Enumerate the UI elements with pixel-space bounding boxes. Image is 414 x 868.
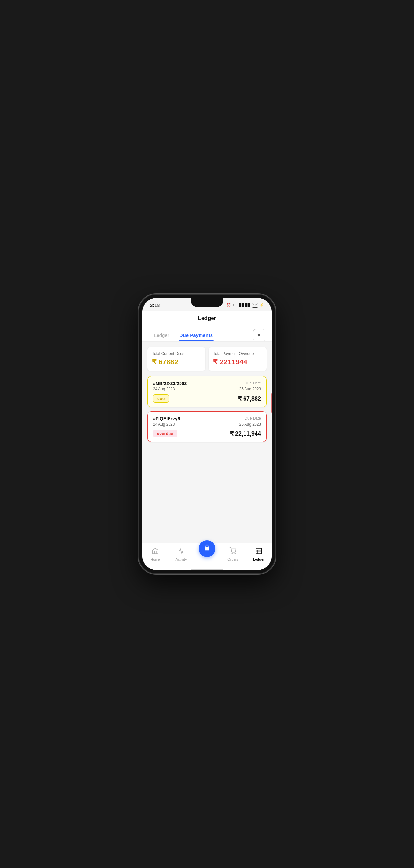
card-due-date-val-0: 25 Aug 2023 — [239, 387, 261, 391]
svg-rect-0 — [205, 547, 209, 550]
card-amount-0: ₹ 67,882 — [238, 395, 261, 402]
page-header: Ledger — [142, 311, 272, 325]
notch-bar — [191, 298, 223, 307]
orders-icon — [229, 547, 236, 556]
nav-label-orders: Orders — [228, 557, 238, 561]
side-accent — [271, 393, 272, 413]
status-time: 3:18 — [150, 303, 160, 308]
current-dues-value: ₹ 67882 — [152, 358, 201, 366]
nav-item-activity[interactable]: Activity — [168, 546, 194, 563]
card-row-bottom-1: overdue ₹ 22,11,944 — [153, 430, 261, 437]
nav-item-center[interactable] — [194, 540, 220, 557]
nav-item-home[interactable]: Home — [142, 546, 168, 563]
due-date-label-1: Due Date — [244, 416, 261, 422]
bottom-nav: Home Activity — [142, 543, 272, 567]
filter-icon: ▼ — [256, 332, 262, 338]
svg-point-1 — [232, 553, 232, 554]
phone-frame: 3:18 ⏰ ✦ ⁞ ▊▊ ▊▊ 52 ⚡ Ledger Ledger — [139, 295, 275, 573]
home-icon — [152, 547, 159, 556]
home-indicator — [191, 569, 223, 570]
card-id-0: #MB/22-23/2562 — [153, 381, 186, 386]
nav-item-orders[interactable]: Orders — [220, 546, 246, 563]
svg-rect-3 — [256, 548, 262, 554]
payment-overdue-label: Total Payment Overdue — [213, 351, 262, 356]
payment-card-0[interactable]: #MB/22-23/2562 Due Date 24 Aug 2023 25 A… — [147, 376, 267, 407]
center-circle[interactable] — [199, 540, 215, 557]
payment-card-1[interactable]: #PIQEIErvy6 Due Date 24 Aug 2023 25 Aug … — [147, 411, 267, 442]
tab-ledger[interactable]: Ledger — [149, 330, 174, 341]
payment-overdue-value: ₹ 2211944 — [213, 358, 262, 366]
status-badge-due-0: due — [153, 395, 169, 403]
ledger-icon — [255, 547, 262, 556]
status-badge-overdue-1: overdue — [153, 430, 177, 437]
card-date-1: 24 Aug 2023 — [153, 422, 175, 427]
nav-label-ledger: Ledger — [253, 557, 265, 561]
card-due-date-val-1: 25 Aug 2023 — [239, 422, 261, 427]
nav-item-ledger[interactable]: Ledger — [246, 546, 272, 563]
tab-bar: Ledger Due Payments ▼ — [142, 325, 272, 341]
current-dues-card: Total Current Dues ₹ 67882 — [147, 347, 205, 371]
app-content: Ledger Ledger Due Payments ▼ — [142, 311, 272, 570]
card-row-bottom-0: due ₹ 67,882 — [153, 395, 261, 403]
card-date-row-1: 24 Aug 2023 25 Aug 2023 — [153, 422, 261, 427]
card-date-row-0: 24 Aug 2023 25 Aug 2023 — [153, 387, 261, 391]
phone-screen: 3:18 ⏰ ✦ ⁞ ▊▊ ▊▊ 52 ⚡ Ledger Ledger — [142, 298, 272, 570]
filter-button[interactable]: ▼ — [253, 329, 265, 341]
nav-label-home: Home — [150, 557, 160, 561]
lock-icon — [203, 544, 211, 553]
summary-cards: Total Current Dues ₹ 67882 Total Payment… — [147, 347, 267, 371]
rupee-symbol-overdue: ₹ — [213, 358, 218, 366]
due-date-label-0: Due Date — [244, 381, 261, 386]
status-icons: ⏰ ✦ ⁞ ▊▊ ▊▊ 52 ⚡ — [227, 303, 264, 308]
svg-point-2 — [235, 553, 236, 554]
payment-overdue-card: Total Payment Overdue ₹ 2211944 — [209, 347, 267, 371]
card-row-top-1: #PIQEIErvy6 Due Date — [153, 416, 261, 422]
main-content: Total Current Dues ₹ 67882 Total Payment… — [142, 342, 272, 543]
card-amount-1: ₹ 22,11,944 — [230, 430, 261, 437]
card-row-top-0: #MB/22-23/2562 Due Date — [153, 381, 261, 386]
tab-due-payments[interactable]: Due Payments — [174, 330, 218, 341]
nav-label-activity: Activity — [176, 557, 187, 561]
activity-icon — [178, 547, 185, 556]
page-title: Ledger — [198, 315, 216, 321]
rupee-symbol-due: ₹ — [152, 358, 157, 366]
current-dues-label: Total Current Dues — [152, 351, 201, 356]
card-date-0: 24 Aug 2023 — [153, 387, 175, 391]
card-id-1: #PIQEIErvy6 — [153, 416, 180, 422]
